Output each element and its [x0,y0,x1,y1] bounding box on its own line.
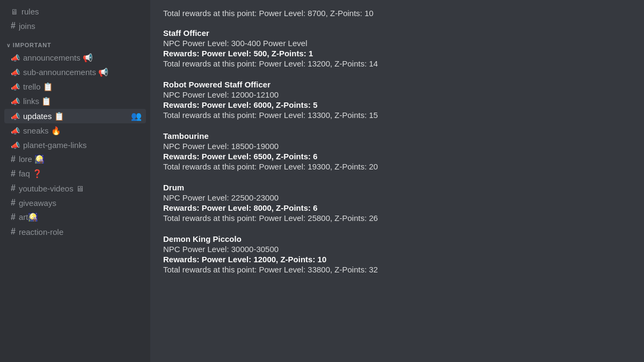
npc-name: Tambourine [163,131,631,141]
npc-list: Staff Officer NPC Power Level: 300-400 P… [163,28,631,274]
npc-name: Robot Powered Staff Officer [163,80,631,89]
npc-level: NPC Power Level: 300-400 Power Level [163,39,631,48]
channel-label-lore: lore 🎑 [19,154,142,164]
hashtag-icon-reaction-role: # [11,227,16,237]
megaphone-icon-trello: 📣 [11,83,20,91]
hashtag-icon-giveaways: # [11,198,16,208]
chevron-icon: ∨ [6,42,11,48]
channel-label-trello: trello 📋 [23,82,142,92]
sidebar-item-art[interactable]: # art🎑 [4,210,146,224]
hashtag-icon-art: # [11,212,16,222]
channel-label-sub-announcements: sub-announcements 📢 [23,68,142,77]
npc-level: NPC Power Level: 30000-30500 [163,245,631,254]
hashtag-icon-faq: # [11,169,16,179]
category-important[interactable]: ∨ IMPORTANT [0,33,150,50]
npc-name: Demon King Piccolo [163,234,631,243]
megaphone-icon-updates: 📣 [11,112,20,121]
sidebar-item-lore[interactable]: # lore 🎑 [4,152,146,166]
channel-label-planet-game-links: planet-game-links [23,141,142,150]
npc-total: Total rewards at this point: Power Level… [163,213,631,223]
npc-name: Drum [163,183,631,192]
sidebar-item-reaction-role[interactable]: # reaction-role [4,225,146,239]
main-content: Total rewards at this point: Power Level… [150,0,644,362]
npc-rewards: Rewards: Power Level: 6000, Z-Points: 5 [163,100,631,109]
channel-label-giveaways: giveaways [19,198,142,208]
megaphone-icon-announcements: 📣 [11,54,20,62]
hashtag-icon-joins: # [11,21,16,31]
npc-rewards: Rewards: Power Level: 12000, Z-Points: 1… [163,255,631,264]
npc-level: NPC Power Level: 22500-23000 [163,193,631,202]
channel-label-reaction-role: reaction-role [19,227,142,237]
npc-entry: Demon King Piccolo NPC Power Level: 3000… [163,234,631,274]
hashtag-icon-youtube: # [11,183,16,193]
npc-total: Total rewards at this point: Power Level… [163,110,631,120]
sidebar-item-giveaways[interactable]: # giveaways [4,196,146,210]
npc-entry: Tambourine NPC Power Level: 18500-19000 … [163,131,631,171]
channel-label-updates: updates 📋 [23,112,131,121]
sidebar: 🖥 rules # joins ∨ IMPORTANT 📣 announceme… [0,0,150,362]
npc-level: NPC Power Level: 18500-19000 [163,142,631,151]
sidebar-item-youtube-videos[interactable]: # youtube-videos 🖥 [4,181,146,195]
category-label: IMPORTANT [13,42,52,48]
npc-rewards: Rewards: Power Level: 8000, Z-Points: 6 [163,203,631,212]
sidebar-item-joins[interactable]: # joins [4,19,146,33]
npc-rewards: Rewards: Power Level: 500, Z-Points: 1 [163,49,631,58]
sidebar-item-trello[interactable]: 📣 trello 📋 [4,80,146,94]
megaphone-icon-sneaks: 📣 [11,127,20,135]
sidebar-item-links[interactable]: 📣 links 📋 [4,94,146,108]
npc-total: Total rewards at this point: Power Level… [163,162,631,171]
npc-entry: Drum NPC Power Level: 22500-23000 Reward… [163,183,631,223]
megaphone-icon-links: 📣 [11,97,20,106]
channel-label-announcements: announcements 📢 [23,53,142,63]
npc-name: Staff Officer [163,28,631,38]
sidebar-item-faq[interactable]: # faq ❓ [4,167,146,181]
megaphone-icon-sub: 📣 [11,68,20,77]
channel-label-youtube-videos: youtube-videos 🖥 [19,184,142,193]
sidebar-item-sub-announcements[interactable]: 📣 sub-announcements 📢 [4,65,146,79]
channel-label-faq: faq ❓ [19,169,142,179]
npc-level: NPC Power Level: 12000-12100 [163,90,631,99]
channel-label-rules: rules [21,7,142,16]
sidebar-item-rules[interactable]: 🖥 rules [4,5,146,18]
channel-label-art: art🎑 [19,212,142,222]
channel-label-sneaks: sneaks 🔥 [23,126,142,136]
npc-total: Total rewards at this point: Power Level… [163,265,631,274]
monitor-icon: 🖥 [11,8,18,16]
sidebar-item-updates[interactable]: 📣 updates 📋 👥 [4,109,146,123]
megaphone-icon-planet: 📣 [11,141,20,150]
channel-label-links: links 📋 [23,97,142,106]
sidebar-item-planet-game-links[interactable]: 📣 planet-game-links [4,138,146,152]
sidebar-item-sneaks[interactable]: 📣 sneaks 🔥 [4,124,146,138]
npc-entry: Robot Powered Staff Officer NPC Power Le… [163,80,631,120]
sidebar-item-announcements[interactable]: 📣 announcements 📢 [4,51,146,65]
channel-label-joins: joins [19,21,142,31]
intro-text: Total rewards at this point: Power Level… [163,9,631,18]
npc-entry: Staff Officer NPC Power Level: 300-400 P… [163,28,631,68]
add-members-icon[interactable]: 👥 [131,111,142,121]
npc-rewards: Rewards: Power Level: 6500, Z-Points: 6 [163,152,631,161]
hashtag-icon-lore: # [11,154,16,164]
npc-total: Total rewards at this point: Power Level… [163,59,631,68]
